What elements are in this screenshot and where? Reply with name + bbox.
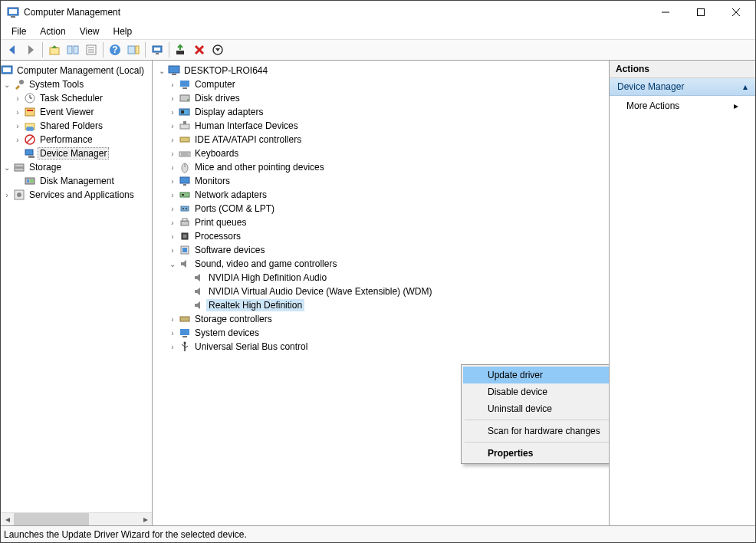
collapse-icon[interactable]: ⌄ — [166, 260, 179, 268]
expand-icon[interactable]: › — [166, 108, 179, 117]
device-hid[interactable]: ›Human Interface Devices — [153, 119, 609, 133]
device-sound[interactable]: ⌄Sound, video and game controllers — [153, 257, 609, 271]
tree-event-viewer[interactable]: › Event Viewer — [1, 105, 152, 119]
tree-performance[interactable]: › Performance — [1, 133, 152, 146]
tree-storage[interactable]: ⌄ Storage — [1, 160, 152, 174]
expand-icon[interactable]: › — [1, 191, 13, 199]
help-button[interactable]: ? — [107, 41, 123, 58]
actions-more-actions[interactable]: More Actions ▸ — [610, 96, 755, 116]
expand-icon[interactable]: › — [166, 81, 179, 89]
device-nvidia-hd-audio[interactable]: ›NVIDIA High Definition Audio — [153, 271, 609, 285]
properties-button[interactable] — [83, 41, 100, 58]
event-viewer-icon — [24, 106, 36, 118]
device-ports[interactable]: ›Ports (COM & LPT) — [153, 202, 609, 216]
context-menu: Update driver Disable device Uninstall d… — [461, 364, 610, 464]
show-hide-console-button[interactable] — [64, 41, 81, 58]
expand-icon[interactable]: › — [166, 315, 179, 324]
keyboard-icon — [179, 147, 191, 160]
svg-rect-8 — [67, 46, 72, 54]
svg-rect-54 — [181, 110, 184, 114]
disable-button[interactable] — [209, 41, 226, 58]
device-disk-drives[interactable]: ›Disk drives — [153, 91, 609, 105]
tree-disk-management[interactable]: › Disk Management — [1, 174, 152, 188]
device-processors[interactable]: ›Processors — [153, 229, 609, 243]
tree-system-tools[interactable]: ⌄ System Tools — [1, 77, 152, 91]
device-system-devices[interactable]: ›System devices — [153, 326, 609, 340]
expand-icon[interactable]: › — [166, 177, 179, 186]
svg-point-27 — [19, 80, 24, 84]
context-update-driver[interactable]: Update driver — [463, 367, 610, 383]
expand-icon[interactable]: › — [166, 163, 179, 172]
menu-file[interactable]: File — [5, 25, 32, 38]
scroll-thumb[interactable] — [14, 513, 89, 525]
context-uninstall-device[interactable]: Uninstall device — [463, 400, 610, 417]
expand-icon[interactable]: › — [166, 136, 179, 144]
clock-icon — [24, 92, 36, 104]
menu-view[interactable]: View — [74, 25, 106, 38]
device-nvidia-virtual-audio[interactable]: ›NVIDIA Virtual Audio Device (Wave Exten… — [153, 285, 609, 298]
sound-icon — [192, 285, 205, 298]
back-button[interactable] — [4, 41, 21, 58]
expand-icon[interactable]: › — [12, 122, 24, 130]
device-usb[interactable]: ›Universal Serial Bus control — [153, 340, 609, 354]
update-driver-button[interactable] — [173, 41, 189, 58]
tree-services-apps[interactable]: › Services and Applications — [1, 188, 152, 202]
expand-icon[interactable]: › — [166, 191, 179, 199]
context-properties[interactable]: Properties — [463, 445, 610, 462]
uninstall-button[interactable] — [191, 41, 208, 58]
expand-icon[interactable]: › — [166, 205, 179, 213]
collapse-icon[interactable]: ⌄ — [156, 67, 168, 75]
device-root[interactable]: ⌄ DESKTOP-LROI644 — [153, 64, 609, 77]
device-realtek-audio[interactable]: ›Realtek High Definition — [153, 298, 609, 312]
scan-hardware-button[interactable] — [149, 41, 166, 58]
svg-rect-26 — [3, 67, 11, 72]
show-hide-action-pane-button[interactable] — [125, 41, 142, 58]
up-button[interactable] — [46, 41, 63, 58]
menu-help[interactable]: Help — [107, 25, 139, 38]
device-storage-controllers[interactable]: ›Storage controllers — [153, 312, 609, 326]
svg-point-35 — [29, 127, 34, 131]
device-tree[interactable]: ⌄ DESKTOP-LROI644 ›Computer ›Disk drives… — [153, 61, 609, 357]
tree-task-scheduler[interactable]: › Task Scheduler — [1, 91, 152, 105]
tree-root[interactable]: Computer Management (Local) — [1, 64, 152, 77]
collapse-icon[interactable]: ⌄ — [1, 81, 13, 89]
device-keyboards[interactable]: ›Keyboards — [153, 146, 609, 160]
expand-icon[interactable]: › — [166, 232, 179, 241]
context-scan-hardware[interactable]: Scan for hardware changes — [463, 423, 610, 439]
device-print-queues[interactable]: ›Print queues — [153, 216, 609, 229]
expand-icon[interactable]: › — [166, 246, 179, 255]
device-computer[interactable]: ›Computer — [153, 77, 609, 91]
expand-icon[interactable]: › — [166, 122, 179, 130]
expand-icon[interactable]: › — [166, 150, 179, 158]
forward-button[interactable] — [22, 41, 39, 58]
expand-icon[interactable]: › — [166, 343, 179, 351]
tree-shared-folders[interactable]: › Shared Folders — [1, 119, 152, 133]
device-monitors[interactable]: ›Monitors — [153, 174, 609, 188]
actions-device-manager[interactable]: Device Manager ▴ — [610, 78, 755, 96]
tree-device-manager[interactable]: › Device Manager — [1, 146, 152, 160]
close-button[interactable] — [718, 1, 754, 24]
svg-rect-47 — [169, 66, 179, 73]
context-disable-device[interactable]: Disable device — [463, 383, 610, 400]
console-tree[interactable]: Computer Management (Local) ⌄ System Too… — [1, 61, 152, 512]
device-display-adapters[interactable]: ›Display adapters — [153, 105, 609, 119]
svg-rect-64 — [183, 184, 186, 186]
expand-icon[interactable]: › — [166, 329, 179, 337]
scroll-right-arrow[interactable]: ▸ — [139, 513, 152, 525]
menu-action[interactable]: Action — [34, 25, 71, 38]
expand-icon[interactable]: › — [12, 136, 24, 144]
collapse-icon[interactable]: ⌄ — [1, 163, 13, 172]
expand-icon[interactable]: › — [166, 219, 179, 227]
expand-icon[interactable]: › — [12, 108, 24, 117]
expand-icon[interactable]: › — [166, 94, 179, 103]
device-network[interactable]: ›Network adapters — [153, 188, 609, 202]
minimize-button[interactable] — [648, 1, 683, 24]
device-ide[interactable]: ›IDE ATA/ATAPI controllers — [153, 133, 609, 146]
device-software[interactable]: ›Software devices — [153, 243, 609, 257]
svg-rect-55 — [180, 124, 189, 129]
maximize-button[interactable] — [683, 1, 718, 24]
expand-icon[interactable]: › — [12, 94, 24, 103]
scroll-left-arrow[interactable]: ◂ — [1, 513, 14, 525]
device-mice[interactable]: ›Mice and other pointing devices — [153, 160, 609, 174]
horizontal-scrollbar[interactable]: ◂ ▸ — [1, 512, 152, 525]
